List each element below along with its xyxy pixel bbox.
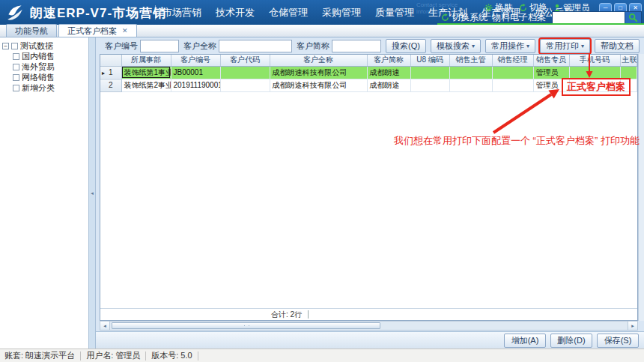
horizontal-scrollbar[interactable]: ◂ ▸ xyxy=(100,321,638,331)
col-sales-manager[interactable]: 销售经理 xyxy=(492,55,533,66)
status-version: 版本号: 5.0 xyxy=(151,350,192,361)
material-archive-link[interactable]: 物料电子档案 xyxy=(492,11,546,24)
titlebar-actions-bottom: 切换系统 物料电子档案 xyxy=(441,11,642,24)
menu-item-purchasing[interactable]: 采购管理 xyxy=(322,6,361,19)
checkbox[interactable] xyxy=(13,53,19,60)
common-print-button[interactable]: 常用打印 ▾ xyxy=(540,39,590,53)
row-number-cell[interactable]: ▸ 1 xyxy=(100,66,121,79)
search-records-button[interactable]: 搜索(Q) xyxy=(386,39,426,53)
short-name-input[interactable] xyxy=(332,40,381,52)
collapse-icon[interactable]: − xyxy=(2,43,9,49)
save-button[interactable]: 保存(S) xyxy=(597,334,639,348)
splitter-collapse-icon[interactable]: ◂ xyxy=(91,190,94,196)
customer-no-input[interactable] xyxy=(140,40,179,52)
template-search-button[interactable]: 模板搜索 ▾ xyxy=(431,39,481,53)
col-sales-supervisor[interactable]: 销售主管 xyxy=(449,55,492,66)
row-header-corner xyxy=(100,55,121,66)
scroll-left-icon[interactable]: ◂ xyxy=(100,322,110,330)
global-search xyxy=(552,11,642,24)
status-user: 用户名: 管理员 xyxy=(86,350,140,361)
customer-grid: 所属事部 客户编号 客户代码 客户全称 客户简称 U8 编码 销售主管 销售经理… xyxy=(100,54,638,321)
cell-main-contact[interactable] xyxy=(620,66,637,79)
col-main-contact[interactable]: 主联系人 xyxy=(620,55,637,66)
tree-node-root[interactable]: − 测试数据 xyxy=(2,40,86,51)
tree-node-label: 海外贸易 xyxy=(22,61,55,73)
cell-u8-code[interactable] xyxy=(410,66,449,79)
annotation-print-label: 正式客户档案 xyxy=(562,78,631,96)
add-button[interactable]: 增加(A) xyxy=(504,334,546,348)
tab-close-icon[interactable]: ✕ xyxy=(122,27,128,34)
cell-sales-rep[interactable]: 管理员 xyxy=(533,66,569,79)
cell-sales-supervisor[interactable] xyxy=(449,79,492,91)
row-number-cell[interactable]: 2 xyxy=(100,79,121,91)
cell-full-name[interactable]: 成都朗途科技有限公司 xyxy=(270,79,367,91)
tab-customer-archive[interactable]: 正式客户档案 ✕ xyxy=(58,24,137,37)
checkbox[interactable] xyxy=(13,64,19,70)
tree-node-label: 国内销售 xyxy=(22,51,55,62)
cell-short-name[interactable]: 成都朗速 xyxy=(367,66,410,79)
search-button[interactable] xyxy=(625,11,642,24)
cell-dept[interactable]: 装饰纸第2事业部 xyxy=(121,79,171,91)
help-doc-button[interactable]: 帮助文档 xyxy=(595,39,640,53)
customer-no-label: 客户编号 xyxy=(105,40,138,52)
cell-customer-code[interactable] xyxy=(220,66,270,79)
chevron-down-icon: ▾ xyxy=(526,43,529,49)
erp-window: 朗速ERP-V7-市场营销 市场营销 技术开发 仓储管理 采购管理 质量管理 生… xyxy=(0,0,644,362)
col-phone[interactable]: 手机号码 xyxy=(569,55,620,66)
table-row[interactable]: 2 装饰纸第2事业部 201911190001 成都朗途科技有限公司 成都朗途 … xyxy=(100,79,637,91)
tab-function-nav[interactable]: 功能导航 xyxy=(6,24,57,37)
cell-full-name[interactable]: 成都朗速科技有限公司 xyxy=(270,66,367,79)
full-name-input[interactable] xyxy=(219,40,292,52)
status-account: 账套: 朗速演示平台 xyxy=(4,350,75,361)
cell-dept[interactable]: 装饰纸第1事业部 xyxy=(121,66,171,79)
cell-short-name[interactable]: 成都朗途 xyxy=(367,79,410,91)
menu-item-marketing[interactable]: 市场营销 xyxy=(162,6,201,19)
chevron-down-icon: ▾ xyxy=(581,43,584,49)
table-row[interactable]: ▸ 1 装饰纸第1事业部 JB00001 成都朗速科技有限公司 成都朗速 管理员 xyxy=(100,66,637,79)
vertical-scrollbar[interactable] xyxy=(638,54,644,321)
current-row-marker-icon: ▸ xyxy=(102,70,105,76)
tree-node-online[interactable]: 网络销售 xyxy=(2,72,86,82)
app-logo-icon xyxy=(5,3,25,22)
tree-node-label: 新增分类 xyxy=(22,82,55,94)
scroll-right-icon[interactable]: ▸ xyxy=(628,322,637,330)
checkbox[interactable] xyxy=(11,43,18,49)
col-short-name[interactable]: 客户简称 xyxy=(367,55,410,66)
menu-item-quality[interactable]: 质量管理 xyxy=(375,6,414,19)
global-search-input[interactable] xyxy=(552,11,625,24)
scrollbar-thumb[interactable] xyxy=(112,322,380,329)
tree-node-overseas[interactable]: 海外贸易 xyxy=(2,61,86,72)
menu-item-tech-dev[interactable]: 技术开发 xyxy=(216,6,255,19)
full-name-label: 客户全称 xyxy=(183,40,216,52)
tree-node-new-category[interactable]: 新增分类 xyxy=(2,82,86,93)
col-customer-no[interactable]: 客户编号 xyxy=(171,55,220,66)
switch-system-button[interactable]: 切换系统 xyxy=(441,11,487,24)
cell-sales-manager[interactable] xyxy=(492,66,533,79)
col-sales-rep[interactable]: 销售专员 xyxy=(533,55,569,66)
cell-sales-manager[interactable] xyxy=(492,79,533,91)
delete-button[interactable]: 删除(D) xyxy=(550,334,592,348)
status-bar: 账套: 朗速演示平台 用户名: 管理员 版本号: 5.0 xyxy=(0,349,644,362)
tree-node-label: 测试数据 xyxy=(20,40,53,52)
checkbox[interactable] xyxy=(13,85,19,91)
grid-summary-row: 合计: 2行 xyxy=(100,308,637,320)
cell-u8-code[interactable] xyxy=(410,79,449,91)
col-dept[interactable]: 所属事部 xyxy=(121,55,171,66)
cell-customer-code[interactable] xyxy=(220,79,270,91)
cell-phone[interactable] xyxy=(569,66,620,79)
tree-node-domestic[interactable]: 国内销售 xyxy=(2,51,86,61)
annotation-note-text: 我们想在常用打印下面配置一个 “正式客户档案” 打印功能 xyxy=(394,134,640,148)
scrollbar-track[interactable] xyxy=(110,322,628,330)
checkbox[interactable] xyxy=(13,74,19,81)
col-u8-code[interactable]: U8 编码 xyxy=(410,55,449,66)
grid-header-row: 所属事部 客户编号 客户代码 客户全称 客户简称 U8 编码 销售主管 销售经理… xyxy=(100,55,637,66)
tree-node-label: 网络销售 xyxy=(22,72,55,83)
col-full-name[interactable]: 客户全称 xyxy=(270,55,367,66)
menu-item-warehouse[interactable]: 仓储管理 xyxy=(269,6,308,19)
col-customer-code[interactable]: 客户代码 xyxy=(220,55,270,66)
cell-customer-no[interactable]: 201911190001 xyxy=(171,79,220,91)
common-actions-button[interactable]: 常用操作 ▾ xyxy=(485,39,535,53)
panel-splitter[interactable]: ◂ xyxy=(88,37,96,349)
cell-customer-no[interactable]: JB00001 xyxy=(171,66,220,79)
cell-sales-supervisor[interactable] xyxy=(449,66,492,79)
